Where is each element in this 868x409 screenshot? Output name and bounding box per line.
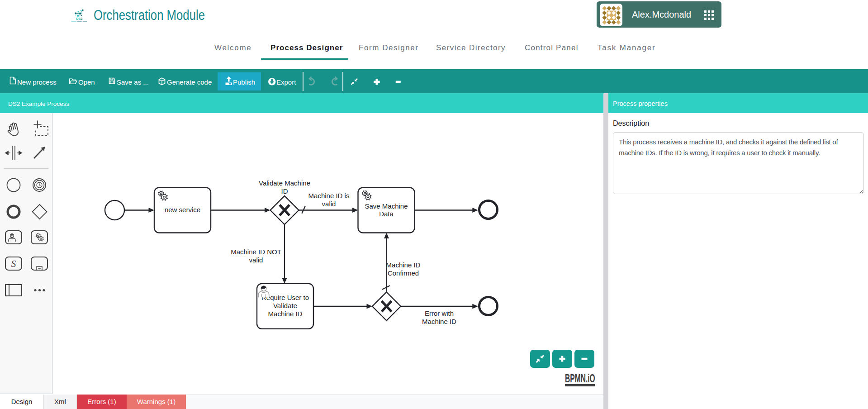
svg-text:Error with: Error with (425, 309, 454, 317)
svg-text:Machine ID is: Machine ID is (308, 192, 350, 200)
svg-text:Machine ID: Machine ID (268, 310, 303, 318)
svg-text:Machine ID: Machine ID (422, 318, 456, 325)
svg-text:S: S (11, 258, 16, 269)
svg-text:Save Machine: Save Machine (365, 202, 408, 210)
svg-text:Validate: Validate (273, 302, 297, 309)
svg-text:Validate Machine: Validate Machine (259, 179, 310, 187)
svg-text:Confirmed: Confirmed (388, 269, 419, 277)
svg-text:ID: ID (281, 187, 288, 195)
svg-text:Machine ID: Machine ID (386, 261, 421, 269)
svg-text:new service: new service (165, 206, 200, 214)
svg-text:valid: valid (322, 200, 336, 208)
svg-text:valid: valid (249, 256, 263, 264)
svg-text:DS2: DS2 (76, 17, 82, 21)
svg-text:Machine ID NOT: Machine ID NOT (231, 248, 281, 256)
svg-text:Data: Data (379, 210, 394, 218)
